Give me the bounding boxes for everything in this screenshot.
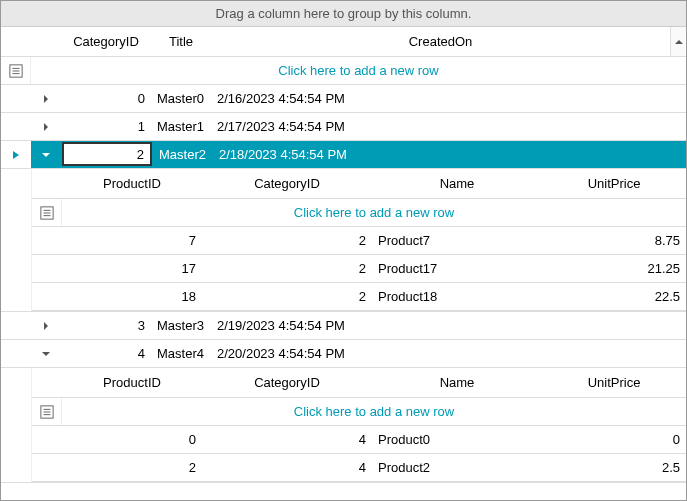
child-table-row[interactable]: 18 2 Product18 22.5 [32, 283, 686, 311]
child-header-productid[interactable]: ProductID [62, 368, 202, 397]
row-indicator [1, 113, 31, 140]
child-header-row: ProductID CategoryID Name UnitPrice [32, 368, 686, 398]
master-header-row: CategoryID Title CreatedOn [1, 27, 686, 57]
child-table-row[interactable]: 7 2 Product7 8.75 [32, 227, 686, 255]
cell-categoryid[interactable]: 4 [61, 340, 151, 367]
child-grid: ProductID CategoryID Name UnitPrice Clic… [1, 368, 686, 483]
cell-title[interactable]: Master3 [151, 312, 211, 339]
child-cell-name[interactable]: Product0 [372, 426, 542, 453]
cell-title[interactable]: Master1 [151, 113, 211, 140]
vertical-scrollbar[interactable] [670, 27, 686, 56]
header-title[interactable]: Title [151, 27, 211, 56]
header-expand-col [31, 27, 61, 56]
child-row-indicator [32, 426, 62, 453]
scroll-up-icon[interactable] [671, 27, 686, 57]
child-add-row-label[interactable]: Click here to add a new row [62, 199, 686, 226]
add-row-icon [32, 199, 62, 226]
collapse-toggle[interactable] [31, 340, 61, 367]
row-indicator [1, 340, 31, 367]
collapse-toggle[interactable] [31, 141, 61, 168]
expand-toggle[interactable] [31, 85, 61, 112]
child-header-unitprice[interactable]: UnitPrice [542, 169, 686, 198]
cell-categoryid[interactable]: 0 [61, 85, 151, 112]
child-header-name[interactable]: Name [372, 169, 542, 198]
child-cell-unitprice[interactable]: 21.25 [542, 255, 686, 282]
child-header-productid[interactable]: ProductID [62, 169, 202, 198]
child-cell-name[interactable]: Product18 [372, 283, 542, 310]
child-cell-categoryid[interactable]: 4 [202, 426, 372, 453]
child-header-categoryid[interactable]: CategoryID [202, 368, 372, 397]
child-cell-unitprice[interactable]: 8.75 [542, 227, 686, 254]
table-row[interactable]: 4 Master4 2/20/2023 4:54:54 PM [1, 340, 686, 368]
child-table-row[interactable]: 17 2 Product17 21.25 [32, 255, 686, 283]
add-row-label[interactable]: Click here to add a new row [31, 57, 686, 84]
child-table-row[interactable]: 2 4 Product2 2.5 [32, 454, 686, 482]
child-row-indicator [32, 255, 62, 282]
child-table-row[interactable]: 0 4 Product0 0 [32, 426, 686, 454]
cell-title[interactable]: Master2 [153, 141, 213, 168]
cell-categoryid-focused[interactable]: 2 [62, 142, 152, 166]
child-add-new-row[interactable]: Click here to add a new row [32, 199, 686, 227]
row-indicator-current [1, 141, 31, 168]
expand-toggle[interactable] [31, 113, 61, 140]
child-indicator-col [32, 368, 62, 397]
child-row-indicator [32, 227, 62, 254]
grid-body: Click here to add a new row 0 Master0 2/… [1, 57, 686, 500]
add-row-icon [1, 57, 31, 84]
child-cell-productid[interactable]: 2 [62, 454, 202, 481]
cell-createdon[interactable]: 2/19/2023 4:54:54 PM [211, 312, 686, 339]
child-add-new-row[interactable]: Click here to add a new row [32, 398, 686, 426]
row-indicator [1, 312, 31, 339]
cell-categoryid[interactable]: 3 [61, 312, 151, 339]
header-indicator-col [1, 27, 31, 56]
child-cell-productid[interactable]: 17 [62, 255, 202, 282]
group-panel[interactable]: Drag a column here to group by this colu… [1, 1, 686, 27]
child-cell-productid[interactable]: 7 [62, 227, 202, 254]
cell-createdon[interactable]: 2/16/2023 4:54:54 PM [211, 85, 686, 112]
table-row[interactable]: 1 Master1 2/17/2023 4:54:54 PM [1, 113, 686, 141]
cell-title[interactable]: Master4 [151, 340, 211, 367]
add-row-icon [32, 398, 62, 425]
header-categoryid[interactable]: CategoryID [61, 27, 151, 56]
child-cell-productid[interactable]: 0 [62, 426, 202, 453]
child-add-row-label[interactable]: Click here to add a new row [62, 398, 686, 425]
child-cell-name[interactable]: Product17 [372, 255, 542, 282]
child-header-categoryid[interactable]: CategoryID [202, 169, 372, 198]
child-header-row: ProductID CategoryID Name UnitPrice [32, 169, 686, 199]
child-cell-categoryid[interactable]: 2 [202, 283, 372, 310]
child-row-indicator [32, 283, 62, 310]
child-cell-unitprice[interactable]: 0 [542, 426, 686, 453]
data-grid: Drag a column here to group by this colu… [0, 0, 687, 501]
child-cell-productid[interactable]: 18 [62, 283, 202, 310]
child-cell-name[interactable]: Product2 [372, 454, 542, 481]
expand-toggle[interactable] [31, 312, 61, 339]
child-cell-unitprice[interactable]: 2.5 [542, 454, 686, 481]
child-cell-categoryid[interactable]: 4 [202, 454, 372, 481]
child-indicator-col [32, 169, 62, 198]
row-indicator [1, 85, 31, 112]
child-cell-name[interactable]: Product7 [372, 227, 542, 254]
table-row[interactable]: 0 Master0 2/16/2023 4:54:54 PM [1, 85, 686, 113]
cell-title[interactable]: Master0 [151, 85, 211, 112]
cell-createdon[interactable]: 2/20/2023 4:54:54 PM [211, 340, 686, 367]
cell-createdon[interactable]: 2/18/2023 4:54:54 PM [213, 141, 686, 168]
cell-createdon[interactable]: 2/17/2023 4:54:54 PM [211, 113, 686, 140]
child-grid: ProductID CategoryID Name UnitPrice Clic… [1, 169, 686, 312]
add-new-row[interactable]: Click here to add a new row [1, 57, 686, 85]
child-row-indicator [32, 454, 62, 481]
child-cell-unitprice[interactable]: 22.5 [542, 283, 686, 310]
child-header-name[interactable]: Name [372, 368, 542, 397]
child-cell-categoryid[interactable]: 2 [202, 227, 372, 254]
table-row[interactable]: 3 Master3 2/19/2023 4:54:54 PM [1, 312, 686, 340]
child-header-unitprice[interactable]: UnitPrice [542, 368, 686, 397]
table-row-selected[interactable]: 2 Master2 2/18/2023 4:54:54 PM [1, 141, 686, 169]
header-createdon[interactable]: CreatedOn [211, 27, 670, 56]
child-cell-categoryid[interactable]: 2 [202, 255, 372, 282]
cell-categoryid[interactable]: 1 [61, 113, 151, 140]
